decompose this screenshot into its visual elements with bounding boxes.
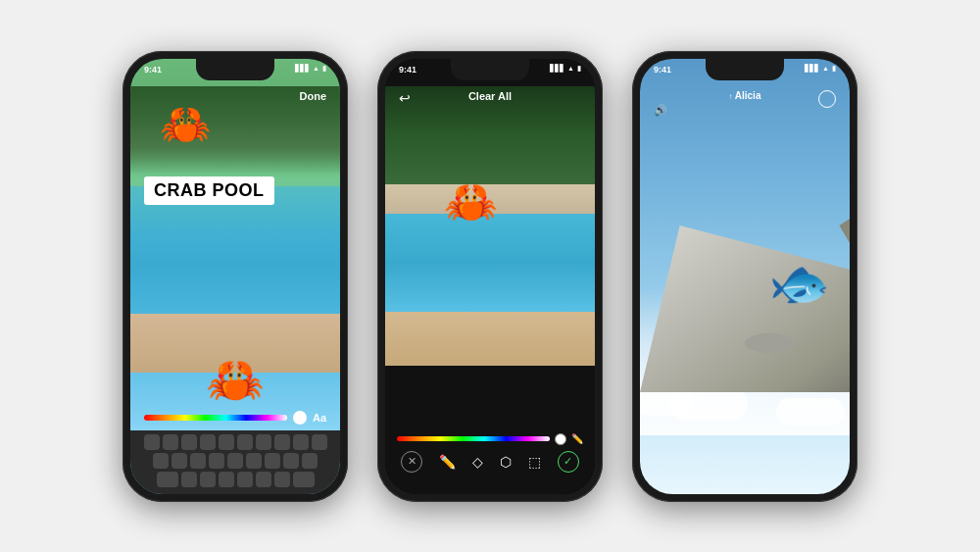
time-2: 9:41 [399, 65, 416, 75]
kb-key[interactable] [144, 434, 160, 450]
kb-key[interactable] [172, 453, 187, 469]
action-circle-button[interactable] [818, 90, 836, 108]
kb-key[interactable] [163, 434, 178, 450]
time-1: 9:41 [144, 65, 162, 75]
phone-1-screen: 9:41 ▋▋▋ ▲ ▮ Done CRAB POOL 🦀 🦀 Aa [130, 59, 340, 494]
svg-point-2 [745, 333, 795, 353]
kb-key[interactable] [246, 453, 262, 469]
fish-sticker: 🐟 [769, 255, 830, 312]
kb-key-shift[interactable] [157, 472, 178, 487]
kb-key[interactable] [219, 434, 234, 450]
kb-key[interactable] [227, 453, 243, 469]
clear-all-button[interactable]: Clear All [385, 90, 595, 102]
kb-key[interactable] [274, 434, 290, 450]
color-gradient-2[interactable] [397, 436, 550, 441]
color-gradient-1[interactable] [144, 415, 287, 421]
phone-2: 9:41 ▋▋▋ ▲ ▮ ↩ Clear All 🦀 ✏️ [377, 51, 603, 502]
kb-key[interactable] [200, 472, 216, 487]
wifi-icon-3: ▲ [822, 65, 829, 72]
kb-key[interactable] [219, 472, 234, 487]
crab-sticker-top: 🦀 [160, 100, 211, 148]
notch-1 [196, 59, 274, 80]
eraser-tool-button[interactable]: ◇ [472, 454, 483, 470]
battery-icon-2: ▮ [577, 65, 581, 73]
kb-key[interactable] [265, 453, 280, 469]
kb-row-2 [133, 453, 337, 469]
crab-sticker-2: 🦀 [444, 176, 498, 227]
crab-pool-sticker[interactable]: CRAB POOL [144, 176, 274, 205]
notch-3 [706, 59, 784, 80]
signal-icon-1: ▋▋▋ [295, 65, 310, 73]
battery-icon-3: ▮ [832, 65, 836, 73]
close-tool-button[interactable]: ✕ [401, 451, 422, 473]
status-icons-2: ▋▋▋ ▲ ▮ [550, 65, 581, 73]
phone-1: 9:41 ▋▋▋ ▲ ▮ Done CRAB POOL 🦀 🦀 Aa [122, 51, 348, 502]
color-circle-1[interactable] [293, 411, 307, 425]
notch-2 [451, 59, 529, 80]
scene: 9:41 ▋▋▋ ▲ ▮ Done CRAB POOL 🦀 🦀 Aa [0, 0, 980, 552]
volume-icon[interactable]: 🔊 [654, 104, 667, 117]
lasso-tool-button[interactable]: ⬡ [500, 454, 512, 470]
phone-2-screen: 9:41 ▋▋▋ ▲ ▮ ↩ Clear All 🦀 ✏️ [385, 59, 595, 494]
status-icons-3: ▋▋▋ ▲ ▮ [805, 65, 836, 73]
kb-key[interactable] [256, 434, 271, 450]
done-button[interactable]: Done [300, 90, 327, 102]
color-bar-container-1: Aa [130, 408, 340, 427]
kb-key[interactable] [283, 453, 299, 469]
kb-key[interactable] [302, 453, 318, 469]
aa-button-1[interactable]: Aa [313, 412, 326, 424]
confirm-tool-button[interactable]: ✓ [558, 451, 579, 473]
kb-key[interactable] [237, 472, 253, 487]
pool-water-2 [385, 214, 595, 312]
kb-row-1 [133, 434, 337, 450]
kb-key[interactable] [209, 453, 224, 469]
kb-key[interactable] [181, 472, 197, 487]
cloud-3 [776, 398, 845, 426]
svg-marker-1 [839, 206, 850, 260]
keyboard-1 [130, 430, 340, 494]
kb-key[interactable] [200, 434, 216, 450]
pencil-tool-button[interactable]: ✏️ [439, 454, 456, 470]
kb-key[interactable] [190, 453, 206, 469]
time-3: 9:41 [654, 65, 671, 75]
pen-icon[interactable]: ✏️ [571, 433, 583, 444]
alicia-name: Alicia [735, 90, 761, 101]
phone-3-screen: 9:41 ▋▋▋ ▲ ▮ ↑ Alicia 🔊 🐟 [640, 59, 850, 494]
status-icons-1: ▋▋▋ ▲ ▮ [295, 65, 326, 73]
kb-key[interactable] [312, 434, 327, 450]
pool-deck-2 [385, 312, 595, 366]
kb-key[interactable] [181, 434, 197, 450]
signal-icon-3: ▋▋▋ [805, 65, 819, 73]
kb-key[interactable] [274, 472, 290, 487]
kb-key[interactable] [293, 434, 309, 450]
phone-3: 9:41 ▋▋▋ ▲ ▮ ↑ Alicia 🔊 🐟 [632, 51, 858, 502]
cool-crab-sticker: 🦀 [206, 353, 265, 408]
kb-row-3 [133, 472, 337, 487]
sticker-tool-button[interactable]: ⬚ [528, 454, 541, 470]
kb-key[interactable] [237, 434, 253, 450]
battery-icon-1: ▮ [322, 65, 326, 73]
color-bar-container-2: ✏️ [385, 431, 595, 447]
kb-key[interactable] [153, 453, 169, 469]
kb-key[interactable] [256, 472, 271, 487]
kb-key-delete[interactable] [293, 472, 315, 487]
toolbar-2: ✕ ✏️ ◇ ⬡ ⬚ ✓ [385, 451, 595, 473]
color-circle-2[interactable] [555, 433, 566, 445]
wifi-icon-1: ▲ [313, 65, 319, 72]
signal-icon-2: ▋▋▋ [550, 65, 564, 73]
wifi-icon-2: ▲ [567, 65, 574, 72]
